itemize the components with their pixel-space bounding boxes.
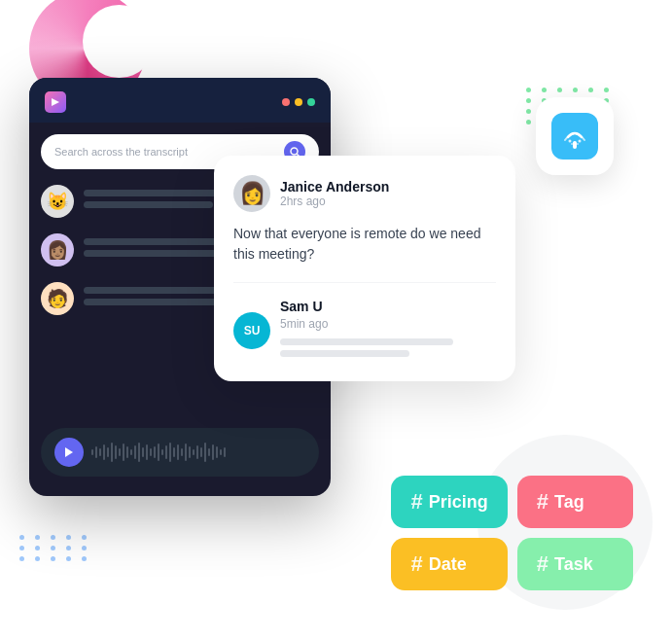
tag-pricing[interactable]: # Pricing [391, 476, 507, 528]
svg-point-0 [291, 148, 298, 155]
tag-date[interactable]: # Date [391, 538, 507, 590]
hash-icon: # [410, 489, 422, 515]
window-controls [282, 98, 315, 106]
svg-point-5 [579, 140, 582, 143]
chat-user-row: 👩 Janice Anderson 2hrs ago [233, 175, 496, 212]
chat-user-info: Janice Anderson 2hrs ago [280, 179, 389, 208]
line-decoration [84, 201, 213, 208]
chat-card: 👩 Janice Anderson 2hrs ago Now that ever… [214, 156, 515, 381]
audio-player [41, 428, 319, 477]
phone-icon-card [536, 97, 614, 175]
tag-label: Task [554, 554, 593, 575]
svg-point-4 [574, 142, 577, 145]
avatar: 🧑 [41, 282, 74, 315]
chat-reply-row: SU Sam U 5min ago [233, 299, 496, 362]
hash-icon: # [537, 489, 548, 515]
play-button[interactable] [54, 438, 84, 467]
avatar: 😺 [41, 185, 74, 218]
avatar: 👩🏽 [41, 233, 74, 266]
blue-dots-decoration [19, 535, 91, 561]
shower-icon [560, 122, 589, 151]
reply-username: Sam U [280, 299, 496, 314]
tag-tag[interactable]: # Tag [517, 476, 633, 528]
tag-label: Tag [554, 492, 584, 513]
chat-timestamp: 2hrs ago [280, 195, 389, 208]
reply-line-decoration [280, 338, 453, 345]
minimize-dot [295, 98, 302, 106]
reply-line-decoration [280, 350, 409, 357]
tag-label: Pricing [429, 492, 488, 513]
chat-message: Now that everyone is remote do we need t… [233, 224, 496, 265]
hash-icon: # [410, 551, 422, 577]
audio-waveform [91, 443, 305, 462]
reply-timestamp: 5min ago [280, 317, 496, 331]
chat-username: Janice Anderson [280, 179, 389, 195]
tag-task[interactable]: # Task [517, 538, 633, 590]
maximize-dot [307, 98, 315, 106]
chat-avatar-sam: SU [233, 312, 270, 349]
svg-point-3 [569, 140, 572, 143]
chat-avatar-janice: 👩 [233, 175, 270, 212]
avatar-emoji: 👩 [239, 181, 265, 206]
svg-point-7 [577, 143, 579, 145]
pink-donut-hole [83, 5, 156, 78]
transcript-header [29, 78, 331, 123]
reply-content: Sam U 5min ago [280, 299, 496, 362]
avatar-initials: SU [244, 324, 261, 337]
close-dot [282, 98, 290, 106]
chat-divider [233, 282, 496, 283]
tags-container: # Pricing # Tag # Date # Task [391, 476, 633, 590]
phone-icon-inner [551, 113, 598, 160]
hash-icon: # [537, 551, 548, 577]
tag-label: Date [429, 554, 467, 575]
app-logo [45, 91, 66, 113]
svg-point-6 [571, 143, 573, 145]
